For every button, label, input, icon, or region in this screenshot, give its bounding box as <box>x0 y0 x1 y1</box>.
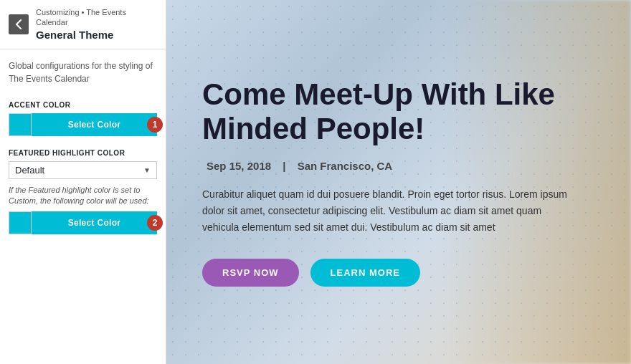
event-preview-panel: Come Meet-Up With Like Minded People! Se… <box>166 0 631 364</box>
accent-color-button[interactable]: Select Color <box>32 113 157 136</box>
event-date-separator: | <box>283 160 285 172</box>
customizer-panel: Customizing • The Events Calendar Genera… <box>0 0 166 364</box>
featured-highlight-color-button[interactable]: Select Color <box>32 211 157 234</box>
featured-highlight-dropdown-row[interactable]: Default ▼ <box>9 161 157 179</box>
featured-highlight-swatch <box>9 211 32 234</box>
event-location: San Francisco, CA <box>298 160 393 172</box>
event-date: Sep 15, 2018 <box>207 160 271 172</box>
event-title: Come Meet-Up With Like Minded People! <box>202 77 575 147</box>
panel-header: Customizing • The Events Calendar Genera… <box>0 0 166 49</box>
event-buttons: RSVP NOW LEARN MORE <box>202 259 595 287</box>
event-date-location: Sep 15, 2018 | San Francisco, CA <box>202 160 595 172</box>
event-content: Come Meet-Up With Like Minded People! Se… <box>166 0 631 364</box>
back-button[interactable] <box>9 14 29 34</box>
accent-color-row: Select Color 1 <box>9 113 157 136</box>
featured-highlight-select[interactable]: Default <box>15 165 143 176</box>
accent-color-label: ACCENT COLOR <box>9 101 157 109</box>
featured-highlight-color-row: Select Color 2 <box>9 211 157 234</box>
featured-highlight-section: FEATURED HIGHLIGHT COLOR Default ▼ If th… <box>9 149 157 234</box>
featured-highlight-note: If the Featured highlight color is set t… <box>9 185 157 207</box>
panel-title: General Theme <box>36 28 157 42</box>
featured-highlight-badge: 2 <box>147 215 163 231</box>
breadcrumb-block: Customizing • The Events Calendar Genera… <box>36 7 157 42</box>
panel-body: Global configurations for the styling of… <box>0 49 166 244</box>
event-description: Curabitur aliquet quam id dui posuere bl… <box>202 186 575 236</box>
accent-color-badge: 1 <box>147 117 163 133</box>
breadcrumb: Customizing • The Events Calendar <box>36 7 157 28</box>
panel-description: Global configurations for the styling of… <box>9 59 157 85</box>
learn-more-button[interactable]: LEARN MORE <box>310 259 420 287</box>
featured-highlight-label: FEATURED HIGHLIGHT COLOR <box>9 149 157 157</box>
accent-color-section: ACCENT COLOR Select Color 1 <box>9 101 157 136</box>
rsvp-button[interactable]: RSVP NOW <box>202 259 299 287</box>
dropdown-arrow-icon: ▼ <box>143 166 151 174</box>
accent-color-swatch <box>9 113 32 136</box>
